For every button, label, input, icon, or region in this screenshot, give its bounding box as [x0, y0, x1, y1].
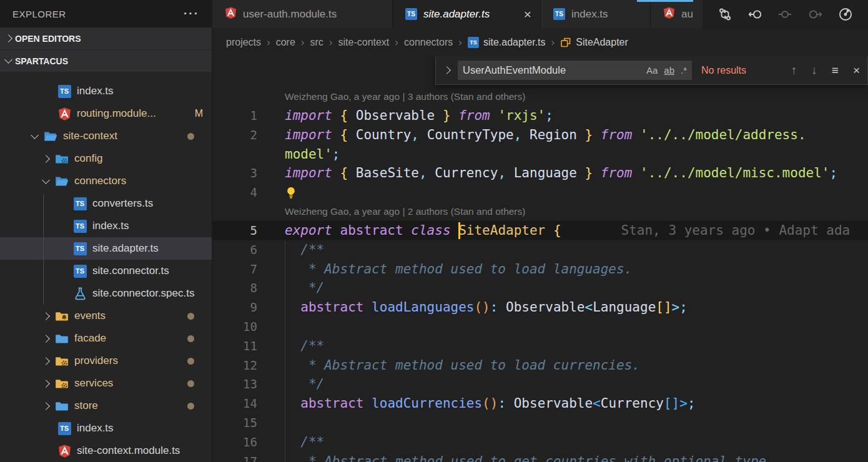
line-number: 9 [212, 298, 285, 317]
code-line[interactable]: model'; [212, 145, 868, 164]
tree-item-label: site-context [63, 130, 117, 142]
ts-file-icon: TS [553, 8, 565, 20]
tree-item-label: connectors [74, 175, 126, 187]
tree-item[interactable]: TSsite.connector.ts [0, 260, 212, 282]
angular-file-icon [57, 444, 71, 458]
tree-item[interactable]: facade [0, 327, 212, 350]
lightbulb-icon[interactable] [285, 187, 297, 199]
line-number: 16 [212, 433, 285, 452]
more-actions-icon[interactable]: ··· [184, 7, 199, 21]
find-in-selection-icon[interactable]: ≡ [832, 64, 839, 77]
section-header-open-editors[interactable]: OPEN EDITORS [0, 27, 212, 50]
tree-item[interactable]: providers [0, 350, 212, 372]
tree-item[interactable]: connectors [0, 170, 212, 192]
previous-match-icon[interactable]: ↑ [791, 64, 797, 77]
code-line[interactable]: 13 */ [212, 375, 868, 394]
line-content: * Abstract method used to get countries … [285, 452, 766, 462]
code-line[interactable]: 15 [212, 413, 868, 433]
ts-file-icon: TS [58, 85, 71, 98]
file-history-icon[interactable] [838, 7, 853, 22]
close-find-icon[interactable]: × [853, 64, 860, 77]
code-line[interactable]: 8 */ [212, 278, 868, 298]
modified-dot-badge [187, 358, 194, 365]
tab-label: index.ts [571, 8, 608, 21]
line-number: 17 [212, 452, 285, 462]
code-line[interactable]: 14 abstract loadCurrencies(): Observable… [212, 394, 868, 413]
tree-item[interactable]: TSindex.ts [0, 215, 212, 237]
ts-file-icon: TS [405, 8, 417, 20]
section-header-spartacus[interactable]: SPARTACUS [0, 50, 212, 72]
breadcrumb-item[interactable]: src [310, 37, 323, 48]
tab-site-adapter-ts[interactable]: TSsite.adapter.ts× [393, 0, 541, 28]
code-line[interactable]: 6 /** [212, 240, 868, 260]
breadcrumb-file[interactable]: TSsite.adapter.ts [468, 37, 546, 48]
tree-item[interactable]: site-context [0, 125, 212, 147]
whole-word-icon[interactable]: ab [664, 65, 674, 76]
tree-item[interactable]: routing.module...M [0, 102, 212, 125]
next-match-icon[interactable]: ↓ [811, 64, 817, 77]
codelens-blame[interactable]: Weizheng Gao, a year ago | 3 authors (St… [212, 87, 868, 106]
tree-item-label: index.ts [92, 220, 129, 232]
previous-change-icon[interactable] [747, 7, 762, 22]
code-line[interactable]: 5export abstract class SiteAdapter {Stan… [212, 221, 868, 240]
tree-item[interactable]: events [0, 305, 212, 327]
code-line[interactable]: 4 [212, 183, 868, 202]
code-line[interactable]: 7 * Abstract method used to load languag… [212, 260, 868, 279]
code-line[interactable]: 17 * Abstract method used to get countri… [212, 452, 868, 462]
tree-item[interactable]: store [0, 395, 212, 417]
find-nav: ↑ ↓ ≡ × [791, 64, 860, 77]
explorer-header: EXPLORER ··· [0, 0, 212, 27]
chevron-right-icon [42, 155, 50, 163]
tree-item-label: converters.ts [92, 197, 153, 210]
ts-file-icon: TS [74, 197, 87, 210]
tree-item[interactable]: TSsite.adapter.ts [0, 237, 212, 260]
tree-item[interactable]: services [0, 372, 212, 395]
tree-item[interactable]: site.connector.spec.ts [0, 282, 212, 305]
code-line[interactable]: 2import { Country, CountryType, Region }… [212, 125, 868, 145]
breadcrumb-item[interactable]: connectors [404, 37, 453, 48]
code-line[interactable]: 1import { Observable } from 'rxjs'; [212, 106, 868, 125]
tree-item-label: services [74, 377, 113, 390]
tree-item[interactable]: TSindex.ts [0, 417, 212, 440]
find-input[interactable]: UserAuthEventModule Aa ab .* [458, 61, 692, 80]
compare-changes-icon[interactable] [718, 7, 732, 22]
editor-pane[interactable]: Weizheng Gao, a year ago | 3 authors (St… [212, 56, 868, 462]
chevron-right-icon [42, 402, 50, 410]
blame-toggle-icon[interactable] [777, 7, 792, 22]
folder-open-icon [44, 130, 57, 142]
breadcrumb-item[interactable]: core [276, 37, 295, 48]
tree-item[interactable]: TSconverters.ts [0, 192, 212, 215]
explorer-title: EXPLORER [12, 9, 66, 19]
tab-au[interactable]: au [651, 0, 703, 28]
toggle-replace-icon[interactable] [440, 67, 452, 73]
code-line[interactable]: 16 /** [212, 433, 868, 452]
folder-blue-icon [55, 399, 69, 413]
tab-user-auth-module-ts[interactable]: user-auth.module.ts [212, 0, 393, 28]
line-content: */ [285, 278, 324, 298]
close-tab-icon[interactable]: × [524, 7, 531, 21]
tab-index-ts[interactable]: TSindex.ts [541, 0, 651, 28]
line-content: abstract loadCurrencies(): Observable<Cu… [285, 394, 696, 413]
codelens-blame[interactable]: Weizheng Gao, a year ago | 2 authors (St… [212, 202, 868, 221]
line-content: /** [285, 240, 324, 260]
breadcrumb-item[interactable]: site-context [338, 37, 390, 48]
code-line[interactable]: 12 * Abstract method used to load curren… [212, 356, 868, 375]
next-change-icon[interactable] [808, 7, 823, 22]
code-line[interactable]: 10 [212, 317, 868, 337]
breadcrumb-symbol[interactable]: SiteAdapter [560, 37, 628, 48]
code-line[interactable]: 3import { BaseSite, Currency, Language }… [212, 164, 868, 183]
code-line[interactable]: 11 /** [212, 337, 868, 356]
find-query[interactable]: UserAuthEventModule [463, 64, 640, 76]
match-case-icon[interactable]: Aa [646, 65, 658, 76]
tree-item[interactable]: config [0, 147, 212, 170]
tree-item-label: site.connector.ts [92, 265, 169, 277]
regex-icon[interactable]: .* [681, 65, 687, 76]
chevron-down-icon [4, 56, 12, 64]
breadcrumb-item[interactable]: projects [226, 37, 261, 48]
line-content: * Abstract method used to load currencie… [285, 356, 640, 375]
tree-item[interactable]: site-context.module.ts [0, 440, 212, 462]
code-area[interactable]: Weizheng Gao, a year ago | 3 authors (St… [212, 56, 868, 462]
tree-item[interactable]: TSindex.ts [0, 80, 212, 102]
breadcrumb-symbol-label: SiteAdapter [576, 37, 628, 48]
code-line[interactable]: 9 abstract loadLanguages(): Observable<L… [212, 298, 868, 317]
